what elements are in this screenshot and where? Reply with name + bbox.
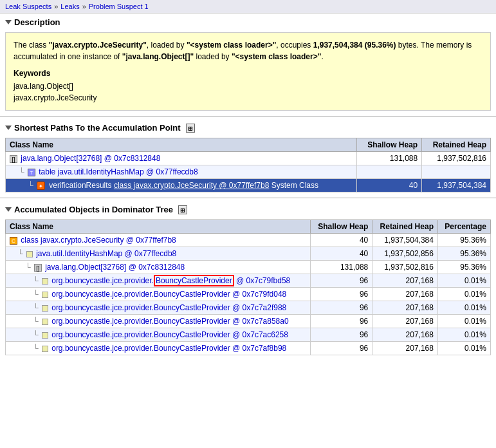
indent-spacer — [10, 344, 33, 353]
percentage-cell: 0.01% — [437, 274, 490, 288]
breadcrumb-leak-suspects[interactable]: Leak Suspects — [5, 3, 51, 10]
breadcrumb-problem-suspect[interactable]: Problem Suspect 1 — [89, 3, 149, 10]
col-shallow-heap: Shallow Heap — [357, 138, 422, 152]
class-link[interactable]: table java.util.IdentityHashMap @ 0x77ff… — [39, 167, 197, 176]
shortest-paths-export-icon[interactable]: ⊞ — [186, 124, 195, 133]
description-toggle-icon[interactable] — [5, 20, 12, 24]
indent-spacer — [10, 317, 33, 326]
shallow-heap-cell: 96 — [311, 328, 372, 342]
shortest-paths-header: Shortest Paths To the Accumulation Point… — [0, 119, 496, 135]
retained-heap-cell: 1,937,502,856 — [372, 247, 438, 261]
shallow-heap-cell: 96 — [311, 288, 372, 301]
table-row: └ java.util.IdentityHashMap @ 0x77ffecdb… — [6, 247, 491, 261]
col-class-name: Class Name — [6, 220, 311, 234]
separator-1: » — [54, 3, 58, 10]
class-link[interactable]: class javax.crypto.JceSecurity @ 0x77ffe… — [21, 236, 176, 245]
tree-line: └ — [33, 290, 39, 299]
class-name-cell: [] java.lang.Object[32768] @ 0x7c8312848 — [6, 152, 357, 165]
shallow-heap-cell: 96 — [311, 301, 372, 315]
keywords-label: Keywords — [14, 68, 482, 79]
description-box: The class "javax.crypto.JceSecurity", lo… — [5, 32, 491, 111]
retained-heap-cell: 1,937,502,816 — [422, 152, 491, 165]
shallow-heap-cell: 40 — [357, 179, 422, 192]
class-link[interactable]: java.lang.Object[32768] @ 0x7c8312848 — [45, 263, 185, 272]
tree-line: └ — [33, 303, 39, 312]
accumulated-label: Accumulated Objects in Dominator Tree — [14, 205, 173, 214]
percentage-cell: 95.36% — [437, 247, 490, 261]
class-name-cell: └ org.bouncycastle.jce.provider.BouncyCa… — [6, 301, 311, 315]
table-row: └ [] java.lang.Object[32768] @ 0x7c83128… — [6, 261, 491, 274]
class-link[interactable]: org.bouncycastle.jce.provider.BouncyCast… — [51, 330, 288, 339]
shallow-heap-cell: 131,088 — [311, 261, 372, 274]
class-name-cell: └ java.util.IdentityHashMap @ 0x77ffecdb… — [6, 247, 311, 261]
percentage-cell: 0.01% — [437, 288, 490, 301]
table-icon: T — [28, 169, 35, 176]
table-row: └ org.bouncycastle.jce.provider.BouncyCa… — [6, 301, 491, 315]
provider-icon — [42, 278, 48, 285]
table-row: └ org.bouncycastle.jce.provider.BouncyCa… — [6, 315, 491, 328]
shallow-heap-cell: 40 — [311, 234, 372, 247]
class-name-cell: └ org.bouncycastle.jce.provider.BouncyCa… — [6, 274, 311, 288]
tree-line: └ — [17, 249, 23, 258]
shortest-paths-toggle-icon[interactable] — [5, 126, 12, 130]
class-name-cell: └ [] java.lang.Object[32768] @ 0x7c83128… — [6, 261, 311, 274]
shallow-heap-cell: 96 — [311, 274, 372, 288]
breadcrumb-leaks[interactable]: Leaks — [60, 3, 79, 10]
indent-spacer — [10, 167, 19, 176]
class-link[interactable]: java.lang.Object[32768] @ 0x7c8312848 — [21, 154, 160, 163]
table-row: └ org.bouncycastle.jce.provider.BouncyCa… — [6, 328, 491, 342]
tree-line: └ — [33, 344, 39, 353]
col-percentage: Percentage — [437, 220, 490, 234]
breadcrumb: Leak Suspects » Leaks » Problem Suspect … — [0, 0, 496, 14]
separator-2: » — [82, 3, 86, 10]
keyword-1: java.lang.Object[] — [14, 80, 482, 92]
retained-heap-cell: 207,168 — [372, 328, 438, 342]
col-retained-heap: Retained Heap — [372, 220, 438, 234]
table-row: └ org.bouncycastle.jce.provider.BouncyCa… — [6, 288, 491, 301]
accumulated-objects-header: Accumulated Objects in Dominator Tree ⊞ — [0, 201, 496, 217]
retained-heap-cell: 207,168 — [372, 342, 438, 355]
array-icon: [] — [10, 155, 17, 163]
provider-icon — [42, 346, 48, 352]
col-class-name: Class Name — [6, 138, 357, 152]
keyword-2: javax.crypto.JceSecurity — [14, 92, 482, 104]
retained-heap-cell: 207,168 — [372, 301, 438, 315]
class-link[interactable]: org.bouncycastle.jce.provider.BouncyCast… — [51, 317, 288, 326]
indent-spacer — [10, 249, 17, 258]
class-name-cell: └ org.bouncycastle.jce.provider.BouncyCa… — [6, 328, 311, 342]
class-link[interactable]: org.bouncycastle.jce.provider.BouncyCast… — [51, 344, 286, 353]
retained-heap-cell: 1,937,504,384 — [372, 234, 438, 247]
class-link[interactable]: verificationResults class javax.crypto.J… — [49, 181, 318, 190]
percentage-cell: 95.36% — [437, 234, 490, 247]
tree-line: └ — [19, 167, 24, 176]
provider-icon — [42, 292, 48, 298]
indent-spacer — [10, 290, 33, 299]
tree-line: └ — [33, 276, 39, 285]
accumulated-objects-table-section: Class Name Shallow Heap Retained Heap Pe… — [5, 219, 491, 355]
percentage-cell: 95.36% — [437, 261, 490, 274]
class-link[interactable]: org.bouncycastle.jce.provider.BouncyCast… — [51, 290, 286, 299]
shallow-heap-cell: 96 — [311, 342, 372, 355]
class-link[interactable]: java.util.IdentityHashMap @ 0x77ffecdb8 — [36, 249, 176, 258]
retained-heap-cell: 207,168 — [372, 274, 438, 288]
indent-spacer — [10, 303, 33, 312]
description-text: The class "javax.crypto.JceSecurity", lo… — [14, 39, 482, 62]
provider-icon — [42, 332, 48, 339]
accumulated-toggle-icon[interactable] — [5, 207, 12, 212]
retained-heap-cell: 1,937,502,816 — [372, 261, 438, 274]
class-link[interactable]: org.bouncycastle.jce.provider.BouncyCast… — [51, 275, 290, 286]
class-name-cell: C class javax.crypto.JceSecurity @ 0x77f… — [6, 234, 311, 247]
class-link[interactable]: org.bouncycastle.jce.provider.BouncyCast… — [51, 303, 286, 312]
col-shallow-heap: Shallow Heap — [311, 220, 372, 234]
tree-line: └ — [28, 181, 33, 190]
indent-spacer — [10, 330, 33, 339]
col-retained-heap: Retained Heap — [422, 138, 491, 152]
provider-icon — [42, 305, 48, 312]
class-name-cell: └ org.bouncycastle.jce.provider.BouncyCa… — [6, 315, 311, 328]
tree-line: └ — [33, 330, 39, 339]
table-row: └ T table java.util.IdentityHashMap @ 0x… — [6, 165, 491, 179]
accumulated-export-icon[interactable]: ⊞ — [178, 205, 187, 214]
class-name-cell: └ ✦ verificationResults class javax.cryp… — [6, 179, 357, 192]
red-border-highlight: BouncyCastleProvider — [154, 275, 234, 286]
map-icon — [26, 251, 33, 257]
